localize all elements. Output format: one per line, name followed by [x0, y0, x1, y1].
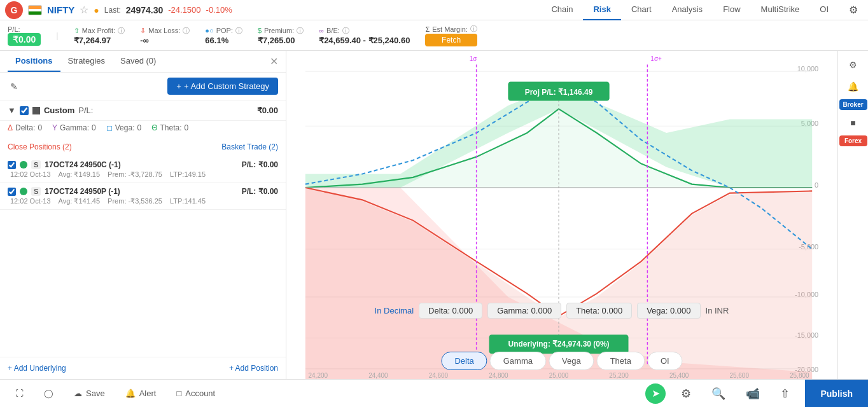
- strategy-checkbox[interactable]: [20, 106, 29, 115]
- basket-trade-link[interactable]: Basket Trade (2): [221, 142, 278, 151]
- position-pnl-2: P/L: ₹0.00: [242, 187, 278, 196]
- video-icon[interactable]: 📹: [741, 384, 765, 403]
- expand-button[interactable]: ⛶: [10, 386, 29, 401]
- be-metric: ∞ B/E: ⓘ ₹24,659.40 - ₹25,240.60: [319, 26, 410, 45]
- premium-info-icon[interactable]: ⓘ: [297, 26, 304, 36]
- account-icon: □: [176, 389, 181, 398]
- position-avg-2: Avg: ₹141.45: [59, 197, 101, 205]
- publish-button[interactable]: Publish: [805, 380, 868, 408]
- est-margin-metric: Σ Est Margin: ⓘ Fetch: [425, 24, 477, 46]
- tab-analysis[interactable]: Analysis: [662, 0, 713, 20]
- pop-info-icon[interactable]: ⓘ: [235, 26, 242, 36]
- position-checkbox-1[interactable]: [8, 161, 16, 169]
- tab-chain[interactable]: Chain: [541, 0, 583, 20]
- forex-button[interactable]: Forex: [839, 135, 867, 146]
- settings-bottom-icon[interactable]: ⚙: [676, 384, 696, 403]
- greeks-display: In Decimal Delta: 0.000 Gamma: 0.000 The…: [286, 303, 817, 319]
- svg-text:25,000: 25,000: [549, 372, 569, 379]
- bell-icon[interactable]: 🔔: [844, 78, 862, 95]
- position-row-2: S 17OCT24 24950P (-1) P/L: ₹0.00: [8, 187, 278, 196]
- symbol-label: NIFTY: [47, 4, 74, 15]
- search-icon[interactable]: 🔍: [706, 384, 731, 403]
- chart-tab-oi[interactable]: OI: [647, 352, 683, 370]
- chart-tab-vega[interactable]: Vega: [549, 352, 594, 370]
- save-label: Save: [86, 389, 105, 398]
- svg-text:Underlying: ₹24,974.30 (0%): Underlying: ₹24,974.30 (0%): [508, 340, 610, 349]
- tab-oi[interactable]: OI: [809, 0, 839, 20]
- theta-value: 0: [185, 123, 189, 132]
- alert-button[interactable]: 🔔 Alert: [120, 386, 162, 401]
- chevron-down-icon[interactable]: ▼: [8, 106, 16, 115]
- brain-button[interactable]: ◯: [39, 386, 59, 401]
- settings-icon[interactable]: ⚙: [844, 4, 863, 16]
- est-margin-label: Est Margin:: [432, 25, 468, 33]
- position-checkbox-2[interactable]: [8, 188, 16, 196]
- chart-tab-delta[interactable]: Delta: [441, 352, 487, 370]
- chart-tab-gamma[interactable]: Gamma: [490, 352, 546, 370]
- account-label: Account: [185, 389, 215, 398]
- edit-icon[interactable]: ✎: [8, 79, 20, 94]
- tab-strategies[interactable]: Strategies: [60, 51, 113, 72]
- main-nav-tabs: Chain Risk Chart Analysis Flow MultiStri…: [541, 0, 839, 20]
- tab-multistrike[interactable]: MultiStrike: [751, 0, 810, 20]
- fetch-button[interactable]: Fetch: [425, 34, 477, 46]
- tab-chart[interactable]: Chart: [621, 0, 662, 20]
- metrics-bar: P/L: ₹0.00 | ⇧ Max Profit: ⓘ ₹7,264.97 ⇩…: [0, 20, 868, 51]
- positions-actions: Close Positions (2) Basket Trade (2): [0, 137, 286, 156]
- watchlist-star-icon[interactable]: ☆: [80, 4, 88, 16]
- delta-greek: Δ Delta: 0: [8, 123, 42, 132]
- account-button[interactable]: □ Account: [171, 386, 220, 401]
- chart-tab-theta[interactable]: Theta: [597, 352, 645, 370]
- chart-area: 10,000 5,000 0 -5,000 -10,000 -15,000 -2…: [286, 51, 837, 379]
- decimal-label[interactable]: In Decimal: [375, 306, 414, 315]
- inr-label: In INR: [706, 306, 729, 315]
- greeks-row: Δ Delta: 0 Y Gamma: 0 ◻ Vega: 0 Θ Theta:…: [0, 121, 286, 137]
- main-layout: Positions Strategies Saved (0) ✕ ✎ + + A…: [0, 51, 868, 379]
- gamma-symbol: Y: [52, 123, 57, 132]
- strategy-pnl-label: P/L:: [78, 106, 93, 115]
- max-profit-info-icon[interactable]: ⓘ: [118, 26, 125, 36]
- tab-positions[interactable]: Positions: [8, 51, 60, 72]
- position-avg-1: Avg: ₹149.15: [59, 170, 101, 179]
- strategy-pnl-value: ₹0.00: [257, 106, 278, 115]
- position-ltp-2: LTP:141.45: [170, 197, 206, 205]
- gamma-value: 0: [92, 123, 96, 132]
- position-details-2: 12:02 Oct-13 Avg: ₹141.45 Prem: -₹3,536.…: [8, 197, 278, 205]
- close-panel-button[interactable]: ✕: [270, 51, 278, 72]
- delta-value: 0: [38, 123, 42, 132]
- bottom-bar: ⛶ ◯ ☁ Save 🔔 Alert □ Account ➤ ⚙ 🔍 📹 ⇧ P…: [0, 379, 868, 407]
- tab-saved[interactable]: Saved (0): [113, 51, 164, 72]
- position-active-indicator-2: [20, 188, 27, 195]
- calendar-icon[interactable]: ■: [844, 114, 862, 132]
- share-icon[interactable]: ⇧: [775, 384, 795, 403]
- svg-text:Proj P/L: ₹1,146.49: Proj P/L: ₹1,146.49: [525, 87, 593, 97]
- max-loss-value: -∞: [140, 36, 190, 45]
- position-name-1: 17OCT24 24950C (-1): [45, 160, 237, 169]
- settings-icon[interactable]: ⚙: [844, 56, 862, 74]
- tab-risk[interactable]: Risk: [583, 0, 620, 20]
- max-profit-metric: ⇧ Max Profit: ⓘ ₹7,264.97: [74, 26, 125, 45]
- add-underlying-button[interactable]: + Add Underlying: [8, 364, 66, 373]
- add-custom-strategy-button[interactable]: + + Add Custom Strategy: [167, 78, 278, 95]
- max-loss-info-icon[interactable]: ⓘ: [183, 26, 190, 36]
- last-label: Last:: [104, 6, 121, 15]
- broker-button[interactable]: Broker: [839, 99, 867, 110]
- telegram-icon[interactable]: ➤: [645, 383, 666, 404]
- be-label: B/E:: [326, 27, 340, 34]
- save-button[interactable]: ☁ Save: [69, 386, 110, 401]
- svg-text:25,200: 25,200: [609, 372, 629, 379]
- expand-icon: ⛶: [15, 389, 24, 398]
- tab-flow[interactable]: Flow: [713, 0, 750, 20]
- save-icon: ☁: [74, 389, 82, 398]
- add-position-button[interactable]: + Add Position: [229, 364, 278, 373]
- est-margin-info-icon[interactable]: ⓘ: [470, 24, 477, 34]
- svg-text:24,400: 24,400: [368, 372, 388, 379]
- vega-badge: Vega: 0.000: [637, 303, 700, 319]
- gamma-label: Gamma:: [60, 123, 89, 132]
- position-ltp-1: LTP:149.15: [170, 170, 206, 179]
- add-row: + Add Underlying + Add Position: [0, 357, 286, 379]
- theta-symbol: Θ: [151, 123, 157, 132]
- close-positions-link[interactable]: Close Positions (2): [8, 142, 72, 151]
- be-info-icon[interactable]: ⓘ: [342, 26, 349, 36]
- position-type-badge-1: S: [31, 160, 41, 169]
